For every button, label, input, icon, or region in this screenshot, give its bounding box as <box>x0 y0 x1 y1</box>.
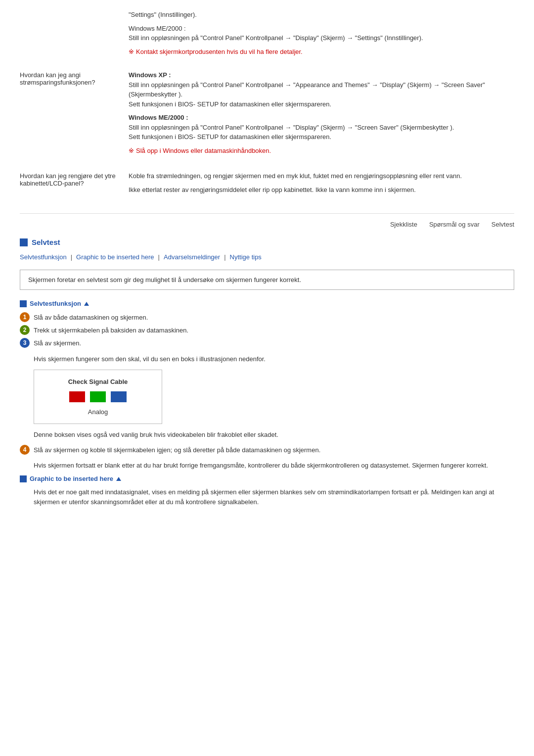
step-text-2: Trekk ut skjermkabelen på baksiden av da… <box>34 325 188 335</box>
step4-list: 4 Slå av skjermen og koble til skjermkab… <box>20 445 514 455</box>
graphic-section-text: Hvis det er noe galt med inndatasignalet… <box>34 487 514 507</box>
color-block-green <box>90 391 106 402</box>
selvtest-title: Selvtest <box>32 238 60 246</box>
subsection-title: Selvtestfunksjon <box>30 300 81 307</box>
step-text-3: Slå av skjermen. <box>34 338 81 348</box>
step-4: 4 Slå av skjermen og koble til skjermkab… <box>20 445 514 455</box>
step3-after-text: Denne boksen vises også ved vanlig bruk … <box>34 430 514 440</box>
qa-answer-1-win-xp: Windows XP : Still inn oppløsningen på "… <box>129 70 514 109</box>
step-3: 3 Slå av skjermen. <box>20 338 514 348</box>
sub-nav: Selvtestfunksjon | Graphic to be inserte… <box>20 253 514 261</box>
color-block-blue <box>111 391 127 402</box>
sub-nav-item-1[interactable]: Graphic to be inserted here <box>76 253 154 261</box>
top-left-empty <box>20 10 129 60</box>
nav-sporsmal[interactable]: Spørsmål og svar <box>429 221 480 228</box>
color-block-red <box>69 391 85 402</box>
graphic-section-header: Graphic to be inserted here <box>20 475 514 482</box>
signal-box: Check Signal Cable Analog <box>34 370 162 424</box>
settings-line: "Settings" (Innstillinger). <box>129 10 514 20</box>
sub-nav-item-0[interactable]: Selvtestfunksjon <box>20 253 67 261</box>
signal-box-title: Check Signal Cable <box>42 378 154 385</box>
step3-indent-text: Hvis skjermen fungerer som den skal, vil… <box>34 354 514 364</box>
step-num-1: 1 <box>20 312 30 322</box>
qa-row-2: Hvordan kan jeg rengjøre det ytre kabine… <box>20 171 514 198</box>
steps-list: 1 Slå av både datamaskinen og skjermen. … <box>20 312 514 348</box>
note-link: ※Kontakt skjermkortprodusenten hvis du v… <box>129 47 514 57</box>
step4-indent-text: Hvis skjermen fortsatt er blank etter at… <box>34 461 514 471</box>
qa-answer-2-text2: Ikke etterlat rester av rengjøringsmidde… <box>129 185 514 195</box>
step-1: 1 Slå av både datamaskinen og skjermen. <box>20 312 514 322</box>
selvtest-icon <box>20 238 28 246</box>
sub-nav-item-2[interactable]: Advarselsmeldinger <box>164 253 220 261</box>
info-box: Skjermen foretar en selvtest som gir deg… <box>20 270 514 290</box>
top-right-content: "Settings" (Innstillinger). Windows ME/2… <box>129 10 514 60</box>
qa-answer-2-text1: Koble fra strømledningen, og rengjør skj… <box>129 171 514 181</box>
color-blocks <box>42 391 154 402</box>
windows-me-label: Windows ME/2000 : Still inn oppløsningen… <box>129 24 514 43</box>
nav-selvtest[interactable]: Selvtest <box>491 221 514 228</box>
signal-box-subtitle: Analog <box>42 408 154 416</box>
subsection-header: Selvtestfunksjon <box>20 300 514 307</box>
qa-question-1: Hvordan kan jeg angi strømsparingsfunksj… <box>20 70 129 159</box>
subsection-icon <box>20 300 27 307</box>
step-num-3: 3 <box>20 338 30 348</box>
bottom-nav: Sjekkliste Spørsmål og svar Selvtest <box>20 213 514 228</box>
qa-question-2: Hvordan kan jeg rengjøre det ytre kabine… <box>20 171 129 198</box>
step-num-2: 2 <box>20 325 30 335</box>
graphic-section-icon <box>20 475 27 482</box>
step-num-4: 4 <box>20 445 30 455</box>
arrow-up-icon <box>84 302 89 306</box>
sub-nav-item-3[interactable]: Nyttige tips <box>230 253 262 261</box>
selvtest-header: Selvtest <box>20 238 514 246</box>
qa-row-1: Hvordan kan jeg angi strømsparingsfunksj… <box>20 70 514 159</box>
qa-answer-1-win-me: Windows ME/2000 : Still inn oppløsningen… <box>129 113 514 142</box>
nav-sjekkliste[interactable]: Sjekkliste <box>390 221 417 228</box>
step-text-1: Slå av både datamaskinen og skjermen. <box>34 312 148 322</box>
step-text-4: Slå av skjermen og koble til skjermkabel… <box>34 445 320 455</box>
info-box-text: Skjermen foretar en selvtest som gir deg… <box>28 276 301 284</box>
graphic-section-title: Graphic to be inserted here <box>30 475 113 482</box>
qa-answer-1: Windows XP : Still inn oppløsningen på "… <box>129 70 514 159</box>
qa-answer-1-note: ※Slå opp i Windows eller datamaskinhåndb… <box>129 146 514 156</box>
qa-answer-2: Koble fra strømledningen, og rengjør skj… <box>129 171 514 198</box>
graphic-arrow-icon <box>116 477 121 481</box>
step-2: 2 Trekk ut skjermkabelen på baksiden av … <box>20 325 514 335</box>
